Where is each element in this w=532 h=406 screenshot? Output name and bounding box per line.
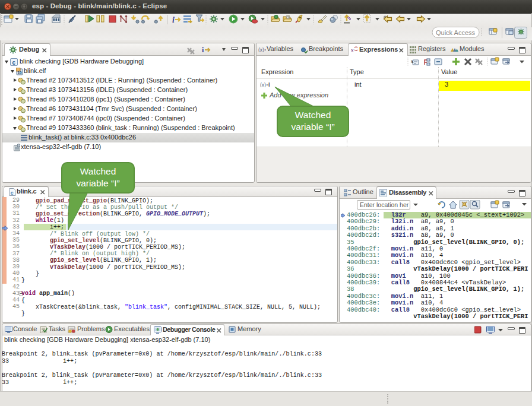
svg-text:(x)=: (x)= xyxy=(258,47,266,52)
svg-text:c: c xyxy=(12,59,16,66)
svg-text:Quick Access: Quick Access xyxy=(436,29,476,36)
svg-text:x: x xyxy=(351,47,354,53)
svg-text:i: i xyxy=(202,46,204,54)
svg-text:10: 10 xyxy=(18,71,23,75)
svg-text:(x)=: (x)= xyxy=(260,82,268,88)
svg-text:c: c xyxy=(11,191,14,196)
svg-text:x: x xyxy=(411,58,414,64)
svg-text:i: i xyxy=(172,15,175,24)
